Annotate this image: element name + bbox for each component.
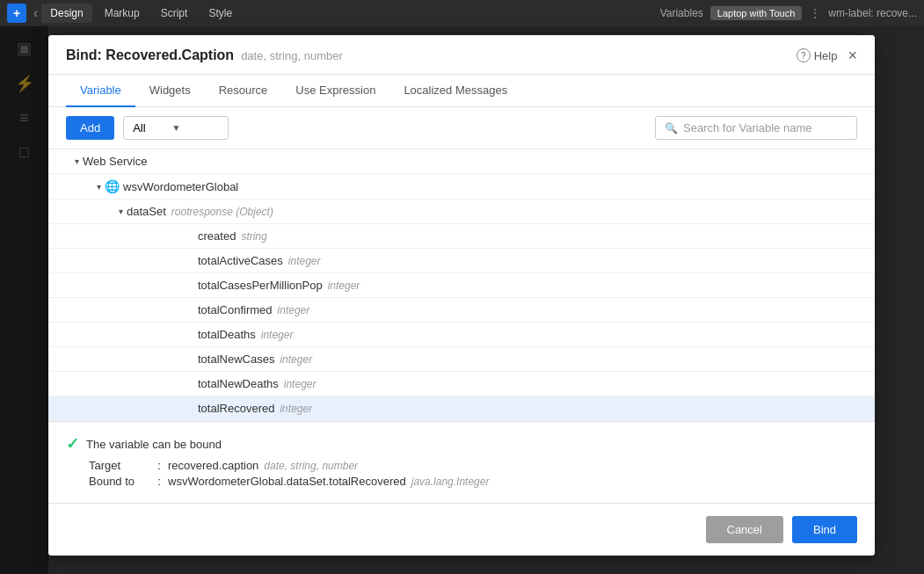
- tree-node-total-new-deaths[interactable]: totalNewDeaths integer: [48, 372, 875, 396]
- target-colon: :: [150, 459, 168, 472]
- tree-node-web-service[interactable]: ▾ Web Service: [48, 149, 875, 174]
- total-deaths-name: totalDeaths: [198, 328, 256, 341]
- back-btn[interactable]: ‹: [33, 5, 38, 21]
- total-active-cases-name: totalActiveCases: [198, 254, 283, 267]
- dataset-type: rootresponse (Object): [171, 206, 273, 218]
- modal-header: Bind: Recovered.Caption date, string, nu…: [48, 35, 875, 75]
- close-button[interactable]: ×: [848, 47, 857, 63]
- target-row: Target : recovered.caption date, string,…: [89, 459, 857, 472]
- background-toolbar: + ‹ Design Markup Script Style Variables…: [0, 0, 924, 26]
- script-tab[interactable]: Script: [152, 4, 197, 23]
- chevron-web-service: ▾: [75, 156, 79, 166]
- total-new-cases-type: integer: [280, 353, 312, 366]
- dataset-name: dataSet: [127, 205, 166, 218]
- help-link[interactable]: ? Help: [797, 48, 838, 62]
- tree-node-total-confirmed[interactable]: totalConfirmed integer: [48, 298, 875, 323]
- bind-status-area: ✓ The variable can be bound Target : rec…: [48, 421, 875, 503]
- variable-tree: ▾ Web Service ▾ 🌐 wsvWordometerGlobal ▾ …: [48, 149, 875, 421]
- tree-node-total-deaths[interactable]: totalDeaths integer: [48, 323, 875, 347]
- wm-label: wm-label: recove...: [828, 7, 917, 19]
- tree-node-total-active-cases[interactable]: totalActiveCases integer: [48, 249, 875, 273]
- modal-title-sub: date, string, number: [241, 49, 343, 62]
- tab-use-expression[interactable]: Use Expression: [281, 75, 389, 107]
- target-label: Target: [89, 459, 150, 472]
- modal-footer: Cancel Bind: [48, 503, 875, 556]
- wsv-globe-icon: 🌐: [105, 179, 120, 193]
- status-message: The variable can be bound: [86, 438, 222, 451]
- variable-toolbar: Add All ▼ 🔍 Search for Variable name: [48, 107, 875, 149]
- modal-title-area: Bind: Recovered.Caption date, string, nu…: [66, 47, 343, 63]
- search-placeholder: Search for Variable name: [683, 121, 811, 134]
- device-badge[interactable]: Laptop with Touch: [710, 6, 802, 20]
- more-options[interactable]: ⋮: [809, 6, 821, 20]
- modal-header-actions: ? Help ×: [797, 47, 857, 63]
- target-value: recovered.caption: [168, 459, 258, 472]
- web-service-label: Web Service: [83, 155, 147, 168]
- tab-variable[interactable]: Variable: [66, 75, 135, 107]
- total-new-deaths-name: totalNewDeaths: [198, 377, 279, 390]
- help-circle-icon: ?: [797, 48, 811, 62]
- tree-node-total-recovered[interactable]: totalRecovered integer: [48, 396, 875, 421]
- modal-tabs: Variable Widgets Resource Use Expression…: [48, 75, 875, 107]
- status-line: ✓ The variable can be bound: [66, 434, 857, 454]
- tree-node-total-cases-per-million[interactable]: totalCasesPerMillionPop integer: [48, 273, 875, 298]
- toolbar-left: Add All ▼: [66, 116, 229, 140]
- total-new-deaths-type: integer: [284, 378, 316, 390]
- tree-node-dataset[interactable]: ▾ dataSet rootresponse (Object): [48, 200, 875, 224]
- design-tab[interactable]: Design: [41, 4, 91, 23]
- total-cases-per-million-type: integer: [328, 280, 360, 292]
- chevron-dataset: ▾: [119, 207, 123, 216]
- filter-dropdown[interactable]: All ▼: [123, 116, 229, 140]
- add-button[interactable]: Add: [66, 116, 114, 140]
- bound-to-row: Bound to : wsvWordometerGlobal.dataSet.t…: [89, 475, 857, 488]
- tab-resource[interactable]: Resource: [205, 75, 282, 107]
- help-label: Help: [814, 49, 838, 62]
- tab-widgets[interactable]: Widgets: [135, 75, 205, 107]
- total-recovered-type: integer: [280, 403, 312, 415]
- markup-tab[interactable]: Markup: [96, 4, 149, 23]
- bound-to-colon: :: [150, 475, 168, 488]
- total-cases-per-million-name: totalCasesPerMillionPop: [198, 279, 323, 292]
- variables-label[interactable]: Variables: [660, 7, 703, 19]
- search-icon: 🔍: [665, 122, 678, 134]
- modal-title: Bind: Recovered.Caption: [66, 47, 234, 63]
- cancel-button[interactable]: Cancel: [706, 516, 783, 543]
- search-box[interactable]: 🔍 Search for Variable name: [655, 116, 857, 140]
- dropdown-arrow-icon: ▼: [172, 123, 181, 133]
- wsv-name: wsvWordometerGlobal: [123, 180, 238, 193]
- tab-localized-messages[interactable]: Localized Messages: [389, 75, 521, 107]
- filter-value: All: [133, 121, 145, 134]
- total-recovered-name: totalRecovered: [198, 402, 274, 415]
- total-deaths-type: integer: [261, 329, 294, 341]
- created-type: string: [241, 230, 266, 243]
- total-new-cases-name: totalNewCases: [198, 352, 274, 366]
- bind-modal: Bind: Recovered.Caption date, string, nu…: [48, 35, 875, 556]
- bind-button[interactable]: Bind: [792, 516, 857, 543]
- total-confirmed-name: totalConfirmed: [198, 303, 273, 316]
- check-icon: ✓: [66, 434, 79, 454]
- created-name: created: [198, 229, 236, 243]
- tree-node-created[interactable]: created string: [48, 224, 875, 249]
- style-tab[interactable]: Style: [200, 4, 241, 23]
- tree-node-wsv[interactable]: ▾ 🌐 wsvWordometerGlobal: [48, 174, 875, 200]
- bound-to-label: Bound to: [89, 475, 150, 488]
- bound-to-value: wsvWordometerGlobal.dataSet.totalRecover…: [168, 475, 406, 488]
- total-confirmed-type: integer: [278, 304, 310, 316]
- tree-node-total-new-cases[interactable]: totalNewCases integer: [48, 347, 875, 372]
- bound-to-type: java.lang.Integer: [411, 476, 490, 488]
- target-type: date, string, number: [264, 460, 358, 472]
- app-logo: +: [7, 4, 26, 23]
- total-active-cases-type: integer: [288, 255, 321, 267]
- bind-details: Target : recovered.caption date, string,…: [66, 459, 857, 488]
- chevron-wsv: ▾: [97, 182, 101, 192]
